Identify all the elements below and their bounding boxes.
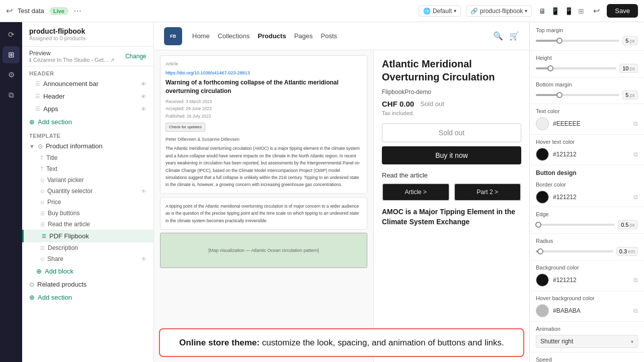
sold-out-button[interactable]: Sold out xyxy=(382,123,521,142)
external-link-icon[interactable]: ↗ xyxy=(110,57,114,63)
tree-item-variant[interactable]: ⊙ Variant picker xyxy=(22,174,153,186)
left-sidebar: ⟳ ⊞ ⚙ ⧉ xyxy=(0,22,22,362)
overlay-banner: Online store theme: customize the look, … xyxy=(159,328,524,357)
product-link-selector[interactable]: 🔗 product-flipbook ▾ xyxy=(466,6,532,17)
more-button[interactable]: ⋯ xyxy=(73,6,82,16)
locale-selector[interactable]: 🌐 Default ▾ xyxy=(419,6,461,17)
buy-it-now-button[interactable]: Buy it now xyxy=(382,146,521,164)
nav-posts[interactable]: Posts xyxy=(321,32,338,40)
text-color-copy[interactable]: ⧉ xyxy=(633,120,638,127)
sold-out-text: Sold out xyxy=(420,100,444,108)
back-icon[interactable]: ↩ xyxy=(6,6,13,16)
border-color-swatch[interactable] xyxy=(536,191,549,204)
preview-area: FB Home Collections Products Pages Posts… xyxy=(154,22,529,362)
grid-icon[interactable]: ⊞ xyxy=(576,5,586,17)
nav-pages[interactable]: Pages xyxy=(294,32,313,40)
animation-select[interactable]: Shutter right ▾ xyxy=(536,335,638,348)
tree-label-description: Description xyxy=(48,244,78,251)
hover-bg-color-swatch[interactable] xyxy=(536,304,549,317)
tree-item-announcement[interactable]: ☰ Announcement bar 👁 xyxy=(22,77,153,90)
tablet-icon[interactable]: 📱 xyxy=(549,5,561,17)
tree-label-apps: Apps xyxy=(43,105,58,113)
background-color-copy[interactable]: ⧉ xyxy=(633,277,638,284)
tree-item-share[interactable]: ⊙ Share 👁 xyxy=(22,253,153,264)
tree-label-related: Related products xyxy=(37,281,87,288)
background-color-swatch[interactable] xyxy=(536,274,549,287)
tree-item-header[interactable]: ☰ Header 👁 xyxy=(22,90,153,103)
plus-icon-1: ⊕ xyxy=(29,118,35,126)
sidebar-icon-apps[interactable]: ⧉ xyxy=(3,86,20,104)
article-btn-1[interactable]: Article > xyxy=(382,183,450,201)
bottom-margin-value-box[interactable]: 5 px xyxy=(622,90,638,100)
article-content: Article https://doi.org/10.1038/s41467-0… xyxy=(154,50,373,362)
overlay-regular-text: customize the look, spacing, and animati… xyxy=(260,338,504,347)
product-info-panel: Atlantic Meridional Overturning Circulat… xyxy=(373,50,529,362)
tree-item-text[interactable]: T Text xyxy=(22,163,153,174)
desktop-icon[interactable]: 🖥 xyxy=(537,5,548,17)
eye-icon-announcement[interactable]: 👁 xyxy=(141,81,146,87)
article-body: The Atlantic meridional overturning circ… xyxy=(166,145,362,189)
text-color-hex: #EEEEEE xyxy=(553,120,581,127)
preview-label: Preview xyxy=(29,50,114,57)
read-article-label: Read the article xyxy=(382,171,521,179)
bottom-margin-label: Bottom margin xyxy=(536,81,638,87)
radius-label: Radius xyxy=(536,238,638,244)
tree-label-variant: Variant picker xyxy=(47,176,84,184)
sidebar-icon-layout[interactable]: ⊞ xyxy=(3,46,20,63)
tree-item-quantity[interactable]: ⊙ Quantity selector 👁 xyxy=(22,186,153,197)
search-icon[interactable]: 🔍 xyxy=(493,31,503,41)
nav-collections[interactable]: Collections xyxy=(218,32,250,40)
tree-label-read-article: Read the article xyxy=(48,221,90,228)
border-color-copy[interactable]: ⧉ xyxy=(633,194,638,201)
text-color-swatch[interactable] xyxy=(536,117,549,130)
tree-item-description[interactable]: ☰ Description xyxy=(22,242,153,253)
top-margin-label: Top margin xyxy=(536,27,638,33)
cart-icon[interactable]: 🛒 xyxy=(509,31,519,41)
accepted: Accepted: 29 June 2023 xyxy=(166,106,362,112)
doi-link[interactable]: https://doi.org/10.1038/s41467-023-28813 xyxy=(166,70,362,77)
eye-icon-header[interactable]: 👁 xyxy=(141,94,146,100)
tree-item-buy-buttons[interactable]: ☰ Buy buttons xyxy=(22,208,153,219)
height-value-box[interactable]: 10 px xyxy=(619,64,638,73)
add-section-btn-2[interactable]: ⊕ Add section xyxy=(22,291,153,304)
edge-value-box[interactable]: 0.5 px xyxy=(618,220,638,229)
tree-label-buy-buttons: Buy buttons xyxy=(48,210,79,217)
hover-bg-color-hex: #BABABA xyxy=(553,307,581,314)
sidebar-icon-refresh[interactable]: ⟳ xyxy=(3,26,20,43)
hover-bg-color-copy[interactable]: ⧉ xyxy=(633,307,638,314)
top-margin-value-box[interactable]: 5 px xyxy=(622,36,638,45)
nav-products[interactable]: Products xyxy=(258,32,286,40)
article-btn-2[interactable]: Part 2 > xyxy=(454,183,522,201)
change-button[interactable]: Change xyxy=(125,53,146,60)
add-block-btn[interactable]: ⊕ Add block xyxy=(22,264,153,278)
eye-icon-quantity[interactable]: 👁 xyxy=(141,189,146,194)
undo-button[interactable]: ↩ xyxy=(591,6,602,16)
sidebar-icon-settings[interactable]: ⚙ xyxy=(3,66,20,83)
chevron-down-icon2: ▾ xyxy=(525,8,527,14)
tree-item-title[interactable]: T Title xyxy=(22,152,153,163)
tree-item-pdf-flipbook[interactable]: ☰ PDF Flipbook xyxy=(22,230,153,242)
map-card: [Map visualization — Atlantic Ocean circ… xyxy=(160,233,367,268)
text-color-label: Text color xyxy=(536,108,638,114)
default-label: Default xyxy=(433,8,452,15)
nav-home[interactable]: Home xyxy=(192,32,210,40)
save-button[interactable]: Save xyxy=(607,4,638,18)
tree-item-read-article[interactable]: ☰ Read the article xyxy=(22,219,153,230)
tree-label-text: Text xyxy=(46,165,57,172)
hover-text-color-swatch[interactable] xyxy=(536,148,549,161)
mobile-icon[interactable]: 📱 xyxy=(562,5,575,17)
store-name: Test data xyxy=(18,7,44,15)
hover-text-color-copy[interactable]: ⧉ xyxy=(633,151,638,158)
store-nav: Home Collections Products Pages Posts xyxy=(192,32,337,40)
add-section-btn-1[interactable]: ⊕ Add section xyxy=(22,115,153,129)
tree-item-product-info[interactable]: ▼ ⊙ Product information xyxy=(22,140,153,152)
tree-item-related[interactable]: ⊙ Related products xyxy=(22,278,153,291)
radius-value-box[interactable]: 0.3 em xyxy=(616,247,638,256)
eye-icon-apps[interactable]: 👁 xyxy=(141,106,146,112)
tree-item-apps[interactable]: ☰ Apps 👁 xyxy=(22,103,153,115)
check-updates-btn[interactable]: Check for updates xyxy=(166,123,205,132)
eye-icon-share[interactable]: 👁 xyxy=(141,256,146,262)
chevron-down-animation: ▾ xyxy=(631,339,633,344)
tree-item-price[interactable]: ⊙ Price xyxy=(22,197,153,208)
speed-label: Speed xyxy=(536,356,638,362)
